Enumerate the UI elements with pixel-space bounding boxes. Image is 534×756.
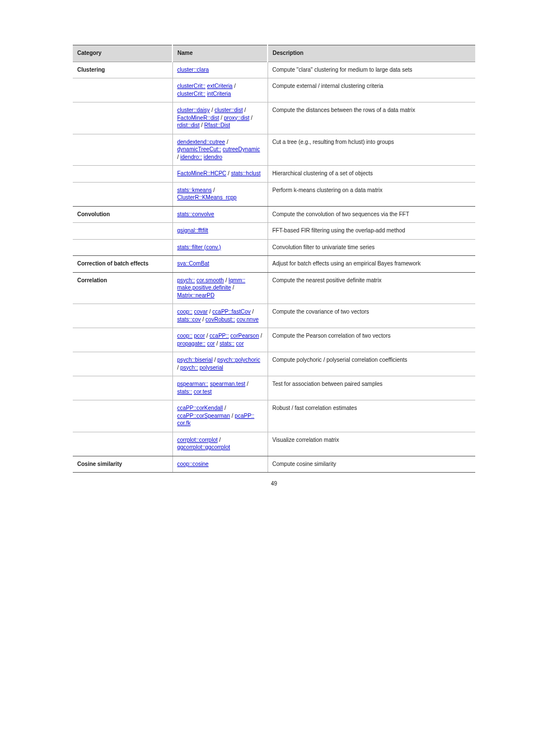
category-cell [73, 304, 172, 328]
category-cell [73, 352, 172, 376]
category-cell: Correlation [73, 272, 172, 304]
reference-link[interactable]: cluster::clara [177, 67, 209, 73]
reference-link[interactable]: stats::cov [177, 316, 201, 323]
reference-link[interactable]: ccaPP::fastCov [212, 309, 250, 315]
category-cell: Correction of batch effects [73, 256, 172, 273]
table-row: cluster::daisy / cluster::dist / FactoMi… [73, 102, 475, 134]
table-row: Convolutionstats::convolveCompute the co… [73, 206, 475, 223]
category-cell [73, 78, 172, 102]
reference-link[interactable]: cutreeDynamic [223, 146, 260, 152]
reference-link[interactable]: idendro:: [180, 154, 202, 160]
reference-link[interactable]: ggcorrplot::ggcorrplot [177, 444, 231, 450]
reference-link[interactable]: Rfast::Dist [204, 122, 230, 128]
table-row: Correlationpsych:: cor.smooth / lqmm:: m… [73, 272, 475, 304]
description-cell: Test for association between paired samp… [268, 376, 475, 400]
reference-link[interactable]: polyserial [200, 365, 223, 371]
reference-link[interactable]: coop:: [177, 333, 193, 339]
reference-link[interactable]: spearman.test [210, 381, 245, 387]
description-cell: Robust / fast correlation estimates [268, 400, 475, 432]
table-row: dendextend::cutree / dynamicTreeCut:: cu… [73, 134, 475, 166]
reference-link[interactable]: stats:: [219, 340, 235, 347]
reference-link[interactable]: cov.nnve [237, 316, 259, 323]
reference-link[interactable]: coop:: [177, 309, 193, 315]
reference-link[interactable]: stats:: [177, 389, 193, 395]
reference-link[interactable]: clusterCrit:: [177, 91, 206, 97]
table-row: stats::kmeans / ClusterR::KMeans_rcppPer… [73, 182, 475, 206]
reference-link[interactable]: cor.smooth [196, 277, 224, 283]
reference-link[interactable]: rdist::dist [177, 122, 200, 128]
table-row: gsignal::fftfiltFFT-based FIR filtering … [73, 223, 475, 240]
col-header-name: Name [172, 45, 268, 62]
reference-link[interactable]: ccaPP::corSpearman [177, 413, 231, 419]
table-row: corrplot::corrplot / ggcorrplot::ggcorrp… [73, 432, 475, 456]
reference-link[interactable]: psych:: [180, 365, 198, 371]
reference-link[interactable]: FactoMineR::HCPC [177, 170, 227, 176]
name-cell: coop::cosine [172, 456, 268, 473]
reference-link[interactable]: psych:: [177, 277, 195, 283]
reference-link[interactable]: ccaPP:: [209, 333, 228, 339]
name-cell: pspearman:: spearman.test / stats:: cor.… [172, 376, 268, 400]
reference-link[interactable]: pspearman:: [177, 381, 209, 387]
reference-link[interactable]: cor [207, 340, 215, 347]
name-cell: corrplot::corrplot / ggcorrplot::ggcorrp… [172, 432, 268, 456]
reference-link[interactable]: stats::convolve [177, 211, 214, 217]
name-cell: cluster::clara [172, 62, 268, 78]
reference-link[interactable]: corrplot::corrplot [177, 437, 218, 443]
reference-link[interactable]: stats::kmeans [177, 187, 212, 193]
table-row: Correction of batch effectssva::ComBatAd… [73, 256, 475, 273]
reference-link[interactable]: extCriteria [207, 83, 233, 89]
name-cell: FactoMineR::HCPC / stats::hclust [172, 166, 268, 183]
category-cell [73, 182, 172, 206]
reference-link[interactable]: Matrix::nearPD [177, 292, 215, 298]
category-cell [73, 400, 172, 432]
reference-link[interactable]: cor.test [194, 389, 212, 395]
reference-link[interactable]: stats::filter (conv.) [177, 244, 221, 250]
table-row: clusterCrit:: extCriteria / clusterCrit:… [73, 78, 475, 102]
reference-link[interactable]: sva::ComBat [177, 260, 209, 267]
name-cell: cluster::daisy / cluster::dist / FactoMi… [172, 102, 268, 134]
reference-link[interactable]: lqmm:: [228, 277, 245, 283]
reference-link[interactable]: cluster::dist [214, 107, 243, 113]
reference-link[interactable]: cluster::daisy [177, 107, 210, 113]
col-header-description: Description [268, 45, 475, 62]
reference-link[interactable]: ClusterR::KMeans_rcpp [177, 194, 237, 200]
reference-link[interactable]: cor [236, 340, 244, 347]
reference-link[interactable]: FactoMineR::dist [177, 115, 219, 121]
reference-link[interactable]: proxy::dist [224, 115, 250, 121]
reference-link[interactable]: covar [194, 309, 208, 315]
description-cell: Perform k-means clustering on a data mat… [268, 182, 475, 206]
category-cell [73, 376, 172, 400]
reference-link[interactable]: make.positive.definite [177, 284, 231, 291]
table-row: psych::biserial / psych::polychoric / ps… [73, 352, 475, 376]
description-cell: Compute "clara" clustering for medium to… [268, 62, 475, 78]
page-number: 49 [73, 480, 475, 487]
category-cell [73, 223, 172, 240]
description-cell: Compute the covariance of two vectors [268, 304, 475, 328]
reference-link[interactable]: pcaPP:: [235, 413, 254, 419]
table-row: stats::filter (conv.)Convolution filter … [73, 239, 475, 256]
category-cell: Cosine similarity [73, 456, 172, 473]
reference-link[interactable]: stats::hclust [231, 170, 261, 176]
description-cell: Adjust for batch effects using an empiri… [268, 256, 475, 273]
reference-link[interactable]: cor.fk [177, 420, 191, 426]
reference-link[interactable]: psych::biserial [177, 357, 213, 363]
reference-link[interactable]: intCriteria [207, 91, 231, 97]
reference-link[interactable]: dendextend::cutree [177, 139, 226, 145]
reference-link[interactable]: pcor [194, 333, 205, 339]
reference-link[interactable]: psych::polychoric [217, 357, 260, 363]
reference-link[interactable]: propagate:: [177, 340, 206, 347]
reference-link[interactable]: dynamicTreeCut:: [177, 146, 222, 152]
table-row: Cosine similaritycoop::cosineCompute cos… [73, 456, 475, 473]
reference-link[interactable]: corPearson [231, 333, 259, 339]
reference-link[interactable]: covRobust:: [205, 316, 235, 323]
reference-link[interactable]: coop::cosine [177, 461, 209, 467]
name-cell: stats::convolve [172, 206, 268, 223]
reference-table: Category Name Description Clusteringclus… [73, 45, 475, 473]
table-row: pspearman:: spearman.test / stats:: cor.… [73, 376, 475, 400]
reference-link[interactable]: idendro [204, 154, 222, 160]
category-cell [73, 102, 172, 134]
table-row: ccaPP::corKendall / ccaPP::corSpearman /… [73, 400, 475, 432]
reference-link[interactable]: clusterCrit:: [177, 83, 206, 89]
reference-link[interactable]: ccaPP::corKendall [177, 405, 223, 411]
reference-link[interactable]: gsignal::fftfilt [177, 227, 208, 234]
